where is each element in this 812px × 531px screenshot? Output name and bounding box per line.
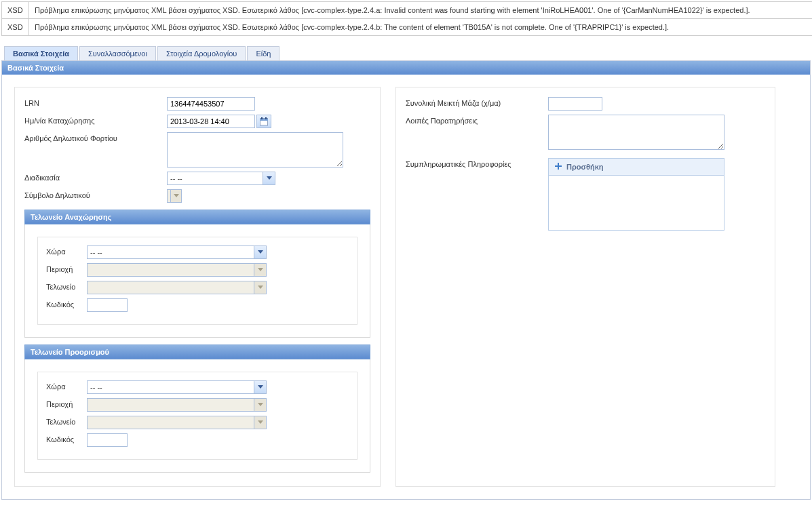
error-message: Πρόβλημα επικύρωσης μηνύματος XML βάσει …: [29, 2, 813, 19]
chevron-down-icon: [254, 381, 266, 393]
dep-customs-select[interactable]: [87, 281, 267, 294]
dest-region-label: Περιοχή: [46, 398, 87, 408]
departure-customs-panel: Τελωνείο Αναχώρησης Χώρα -- --: [24, 210, 370, 338]
table-row: XSD Πρόβλημα επικύρωσης μηνύματος XML βά…: [2, 2, 813, 19]
tab-basic[interactable]: Βασικά Στοιχεία: [4, 46, 78, 60]
chevron-down-icon: [254, 399, 266, 411]
destination-customs-panel: Τελωνείο Προορισμού Χώρα -- --: [24, 345, 370, 473]
regdate-input[interactable]: [167, 115, 255, 128]
procedure-value: -- --: [170, 174, 182, 182]
chevron-down-icon: [263, 172, 275, 184]
calendar-icon[interactable]: [256, 115, 271, 128]
tab-items[interactable]: Είδη: [247, 46, 279, 60]
procedure-select[interactable]: -- --: [167, 172, 275, 185]
destination-customs-title: Τελωνείο Προορισμού: [24, 345, 370, 359]
dep-country-value: -- --: [90, 248, 102, 256]
dest-country-value: -- --: [90, 383, 102, 391]
tab-route[interactable]: Στοιχεία Δρομολογίου: [157, 46, 246, 60]
dest-code-input[interactable]: [87, 433, 128, 447]
dep-customs-label: Τελωνείο: [46, 281, 87, 291]
plus-icon: [554, 162, 562, 172]
symbol-select[interactable]: [167, 189, 182, 203]
error-code: XSD: [2, 2, 29, 19]
table-row: XSD Πρόβλημα επικύρωσης μηνύματος XML βά…: [2, 19, 813, 36]
dep-region-select[interactable]: [87, 263, 267, 277]
totalmass-label: Συνολική Μεικτή Μάζα (χ/μα): [406, 97, 548, 107]
dep-code-input[interactable]: [87, 298, 128, 312]
lrn-input[interactable]: [167, 97, 255, 111]
svg-rect-3: [265, 117, 267, 119]
dest-country-select[interactable]: -- --: [87, 380, 267, 394]
error-code: XSD: [2, 19, 29, 36]
suppl-info-label: Συμπληρωματικές Πληροφορίες: [406, 158, 548, 168]
dest-code-label: Κωδικός: [46, 433, 87, 444]
lrn-label: LRN: [24, 97, 167, 107]
dep-code-label: Κωδικός: [46, 298, 87, 309]
add-label: Προσθήκη: [566, 163, 604, 171]
chevron-down-icon: [254, 416, 266, 429]
chevron-down-icon: [254, 281, 266, 294]
totalmass-input[interactable]: [548, 97, 602, 111]
dep-country-select[interactable]: -- --: [87, 245, 267, 259]
svg-rect-5: [555, 165, 562, 167]
dest-country-label: Χώρα: [46, 380, 87, 391]
basic-panel: Βασικά Στοιχεία LRN Ημ/νία Καταχώρησης Α…: [1, 60, 811, 500]
tab-bar: Βασικά Στοιχεία Συναλλασσόμενοι Στοιχεία…: [0, 46, 812, 60]
cargo-number-label: Αριθμός Δηλωτικού Φορτίου: [24, 132, 167, 142]
departure-customs-title: Τελωνείο Αναχώρησης: [24, 210, 370, 224]
chevron-down-icon: [170, 190, 181, 202]
suppl-info-box: Προσθήκη: [548, 158, 724, 231]
dep-region-label: Περιοχή: [46, 263, 87, 273]
chevron-down-icon: [254, 246, 266, 258]
remarks-label: Λοιπές Παρατηρήσεις: [406, 115, 548, 125]
error-message: Πρόβλημα επικύρωσης μηνύματος XML βάσει …: [29, 19, 813, 36]
dest-customs-select[interactable]: [87, 416, 267, 429]
cargo-number-input[interactable]: [167, 132, 343, 168]
procedure-label: Διαδικασία: [24, 172, 167, 182]
chevron-down-icon: [254, 264, 266, 276]
dest-region-select[interactable]: [87, 398, 267, 412]
regdate-label: Ημ/νία Καταχώρησης: [24, 115, 167, 125]
dest-customs-label: Τελωνείο: [46, 416, 87, 426]
svg-rect-2: [261, 117, 263, 119]
panel-title: Βασικά Στοιχεία: [2, 61, 810, 75]
dep-country-label: Χώρα: [46, 245, 87, 256]
suppl-info-list: [549, 176, 724, 230]
xsd-error-table: XSD Πρόβλημα επικύρωσης μηνύματος XML βά…: [1, 1, 812, 36]
svg-rect-1: [260, 119, 268, 121]
add-button[interactable]: Προσθήκη: [549, 159, 724, 176]
symbol-label: Σύμβολο Δηλωτικού: [24, 189, 167, 199]
remarks-input[interactable]: [548, 115, 724, 150]
tab-parties[interactable]: Συναλλασσόμενοι: [79, 46, 156, 60]
